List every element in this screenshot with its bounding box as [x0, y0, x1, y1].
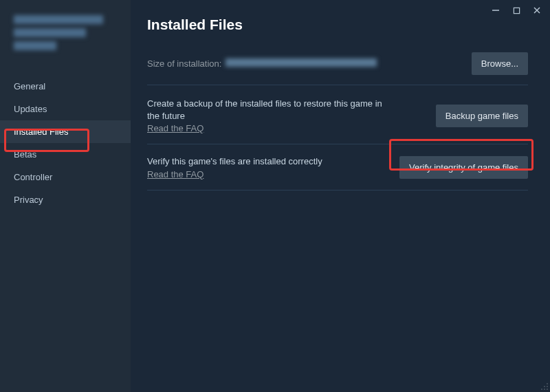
sidebar-item-controller[interactable]: Controller [0, 166, 131, 188]
backup-desc: Create a backup of the installed files t… [147, 98, 395, 122]
backup-section: Create a backup of the installed files t… [147, 95, 528, 144]
verify-faq-link[interactable]: Read the FAQ [147, 169, 204, 179]
resize-grip-icon[interactable] [540, 382, 549, 391]
window-controls [483, 0, 550, 21]
sidebar-item-betas[interactable]: Betas [0, 143, 131, 166]
page-title: Installed Files [147, 17, 528, 33]
svg-point-4 [547, 383, 548, 384]
backup-faq-link[interactable]: Read the FAQ [147, 123, 204, 133]
backup-button[interactable]: Backup game files [436, 105, 528, 127]
verify-desc: Verify this game's files are installed c… [147, 155, 322, 168]
sidebar-item-privacy[interactable]: Privacy [0, 188, 131, 211]
size-value [226, 58, 377, 67]
svg-rect-1 [514, 8, 519, 13]
size-label: Size of installation: [147, 58, 221, 69]
sidebar-item-updates[interactable]: Updates [0, 98, 131, 120]
close-button[interactable] [532, 6, 542, 15]
size-row: Size of installation: Browse... [147, 52, 528, 85]
sidebar: General Updates Installed Files Betas Co… [0, 0, 131, 392]
sidebar-item-installed-files[interactable]: Installed Files [0, 120, 131, 143]
maximize-button[interactable] [512, 6, 521, 15]
minimize-button[interactable] [491, 6, 500, 15]
verify-section: Verify this game's files are installed c… [147, 153, 528, 190]
sidebar-item-general[interactable]: General [0, 75, 131, 98]
svg-point-8 [544, 389, 545, 390]
properties-window: General Updates Installed Files Betas Co… [0, 0, 550, 392]
verify-button[interactable]: Verify integrity of game files [399, 156, 528, 179]
browse-button[interactable]: Browse... [472, 52, 528, 75]
svg-point-5 [544, 386, 545, 387]
svg-point-6 [547, 386, 548, 387]
main-panel: Installed Files Size of installation: Br… [131, 0, 550, 392]
sidebar-nav: General Updates Installed Files Betas Co… [0, 75, 131, 211]
svg-point-9 [547, 389, 548, 390]
svg-point-7 [541, 389, 542, 390]
game-title [0, 15, 131, 68]
